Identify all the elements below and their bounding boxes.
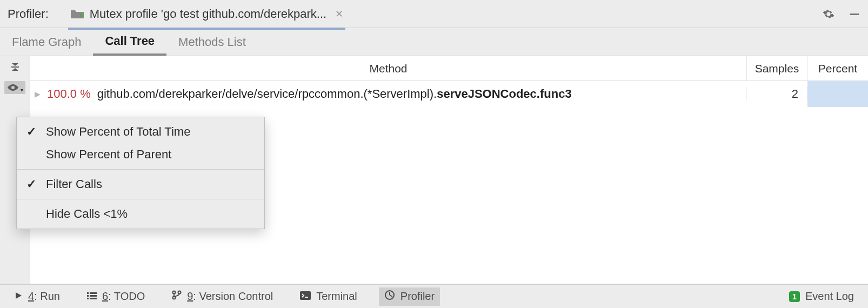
view-options-menu: ✓ Show Percent of Total Time Show Percen… xyxy=(16,117,265,229)
svg-rect-3 xyxy=(90,292,97,294)
column-percent[interactable]: Percent xyxy=(807,56,868,81)
row-samples: 2 xyxy=(747,87,807,101)
collapse-all-icon[interactable] xyxy=(9,61,22,73)
tab-call-tree[interactable]: Call Tree xyxy=(93,28,166,56)
profiler-session-title: Mutex profile 'go test github.com/derekp… xyxy=(90,7,326,21)
row-percent: 100.0 % xyxy=(47,87,91,101)
row-percent-bar xyxy=(807,81,868,107)
profiler-icon xyxy=(384,290,395,303)
minimize-icon[interactable] xyxy=(849,8,860,20)
expander-icon[interactable]: ▶ xyxy=(35,90,41,98)
event-log-badge: 1 xyxy=(789,291,800,302)
branch-icon xyxy=(172,290,182,303)
row-method: github.com/derekparker/delve/service/rpc… xyxy=(97,87,572,101)
play-icon xyxy=(14,290,23,303)
svg-rect-7 xyxy=(90,298,97,299)
menu-item-show-percent-parent[interactable]: Show Percent of Parent xyxy=(17,143,264,166)
column-method[interactable]: Method xyxy=(30,56,747,81)
tool-event-log[interactable]: 1 Event Log xyxy=(784,287,859,306)
profiler-session-tab[interactable]: Mutex profile 'go test github.com/derekp… xyxy=(70,0,343,28)
gear-icon[interactable] xyxy=(823,8,834,20)
check-icon: ✓ xyxy=(24,177,38,191)
check-icon: ✓ xyxy=(24,125,38,139)
svg-rect-11 xyxy=(300,291,311,300)
tool-todo[interactable]: 6: TODO xyxy=(82,287,150,306)
tool-profiler[interactable]: Profiler xyxy=(379,287,440,306)
folder-run-icon xyxy=(70,9,84,19)
view-tabs: Flame Graph Call Tree Methods List xyxy=(0,28,868,56)
profiler-titlebar: Profiler: Mutex profile 'go test github.… xyxy=(0,0,868,28)
close-icon[interactable]: ✕ xyxy=(335,8,343,20)
tool-run[interactable]: 4: Run xyxy=(9,287,65,306)
menu-item-hide-calls[interactable]: Hide Calls <1% xyxy=(17,203,264,225)
svg-rect-1 xyxy=(11,66,19,68)
bottom-toolbar: 4: Run 6: TODO 9: Version Control Termin… xyxy=(0,284,868,308)
list-icon xyxy=(87,290,97,303)
svg-rect-0 xyxy=(850,14,859,15)
tab-methods-list[interactable]: Methods List xyxy=(166,28,258,56)
tab-flame-graph[interactable]: Flame Graph xyxy=(0,28,93,56)
menu-item-show-percent-total[interactable]: ✓ Show Percent of Total Time xyxy=(17,120,264,143)
svg-rect-2 xyxy=(87,292,89,294)
svg-rect-6 xyxy=(87,298,89,299)
table-row[interactable]: ▶ 100.0 % github.com/derekparker/delve/s… xyxy=(30,81,868,107)
profiler-title-label: Profiler: xyxy=(8,7,49,21)
svg-point-10 xyxy=(173,297,176,299)
svg-rect-4 xyxy=(87,295,89,297)
view-options-button[interactable]: ▾ xyxy=(4,81,25,94)
caret-down-icon: ▾ xyxy=(21,87,23,93)
tool-terminal[interactable]: Terminal xyxy=(295,287,363,306)
column-samples[interactable]: Samples xyxy=(747,56,807,81)
menu-item-filter-calls[interactable]: ✓ Filter Calls xyxy=(17,173,264,196)
table-header: Method Samples Percent xyxy=(30,56,868,81)
svg-rect-12 xyxy=(305,297,308,298)
terminal-icon xyxy=(300,290,311,303)
svg-rect-5 xyxy=(90,295,97,297)
svg-point-9 xyxy=(178,291,181,294)
svg-point-8 xyxy=(173,291,176,294)
tool-version-control[interactable]: 9: Version Control xyxy=(166,287,278,306)
